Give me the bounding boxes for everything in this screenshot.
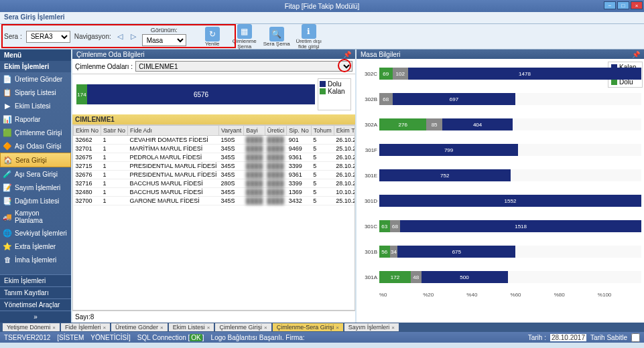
bottom-tab[interactable]: Ekim Listesi× — [169, 323, 214, 331]
sidebar-item[interactable]: 🟩Çimlenme Girişi — [0, 126, 71, 139]
center-column: Çimlenme Oda Bilgileri 📌 Çimlenme Odalar… — [72, 50, 355, 323]
masa-segment: 1518 — [400, 220, 641, 232]
masa-segment: 1478 — [408, 68, 641, 80]
tab-close-icon[interactable]: × — [52, 325, 56, 331]
column-header[interactable]: Ekim No — [74, 126, 101, 136]
column-header[interactable]: Üretici — [265, 126, 287, 136]
table-row[interactable]: 327001GARONE MARUL FİDESİ345S████████343… — [74, 197, 356, 205]
sidebar-item-label: Extra İşlemler — [15, 243, 56, 250]
bottom-ekim[interactable]: Ekim İşlemleri — [0, 274, 71, 286]
masa-row: 301C63681518 — [359, 215, 641, 237]
sidebar-item[interactable]: 🔶Aşı Odası Girişi — [0, 139, 71, 153]
sidebar-item[interactable]: 📑Dağıtım Listesi — [0, 194, 71, 207]
masa-segment: 48 — [411, 271, 422, 283]
masa-row: 301A17248500 — [359, 266, 641, 288]
bottom-tanim[interactable]: Tanım Kayıtları — [0, 286, 71, 298]
masa-segment: 752 — [379, 169, 511, 181]
close-button[interactable]: × — [631, 1, 643, 9]
masa-row: 302A27685404 — [359, 114, 641, 135]
bottom-yonetim[interactable]: Yönetimsel Araçlar — [0, 298, 71, 311]
nav-prev-icon[interactable]: ◁ — [115, 32, 125, 41]
chart-seg-kalan: 174 — [76, 84, 87, 104]
masa-bar: 5634675 — [379, 246, 641, 258]
sidebar-item[interactable]: 🧪Aşı Sera Girişi — [0, 167, 71, 181]
app-title: Fitap [Fide Takip Modülü] — [285, 3, 360, 10]
masa-segment: 172 — [379, 271, 411, 283]
sidebar-item[interactable]: 📄Üretime Gönder — [0, 72, 71, 86]
sera-select[interactable]: SERA3 — [26, 31, 70, 43]
table-row[interactable]: 327161BACCHUS MARUL FİDESİ280S████████33… — [74, 179, 356, 188]
table-wrap[interactable]: Ekim NoSatır NoFide AdıVaryantBayiÜretic… — [72, 124, 355, 311]
gorunum-label: Görünüm: — [151, 27, 178, 33]
table-row[interactable]: 327011MARİTİMA MARUL FİDESİ345S████████9… — [74, 145, 356, 153]
sidebar-item-label: Aşı Odası Girişi — [15, 143, 61, 150]
table-row[interactable]: 326751PEDROLA MARUL FİDESİ345S████████93… — [74, 153, 356, 162]
sidebar-item[interactable]: 🚚Kamyon Planlama — [0, 207, 71, 226]
masa-segment: 1552 — [379, 195, 641, 207]
cimlenme-sema-button[interactable]: ▦ Çimlenme Şema — [231, 24, 259, 50]
uretim-disi-button[interactable]: ℹ Üretim dışı fide girişi — [295, 24, 323, 50]
sidebar-item-icon: 📊 — [3, 114, 12, 124]
column-header[interactable]: Satır No — [101, 126, 128, 136]
xaxis-tick: %40 — [466, 292, 510, 298]
ekim-header[interactable]: Ekim İşlemleri — [0, 61, 71, 72]
table-row[interactable]: 326761PRESIDENTIAL MARUL FİDESİ345S█████… — [74, 171, 356, 179]
tab-close-icon[interactable]: × — [160, 325, 164, 331]
sidebar-item[interactable]: 📋Sipariş Listesi — [0, 86, 71, 99]
bottom-expand-icon[interactable]: » — [0, 311, 71, 323]
leg-dolu-icon — [320, 81, 326, 87]
sidebar-item[interactable]: 📊Raporlar — [0, 112, 71, 126]
table-row[interactable]: 324801BACCHUS MARUL FİDESİ345S████████13… — [74, 188, 356, 197]
sidebar-item-label: Kamyon Planlama — [15, 209, 68, 224]
tab-close-icon[interactable]: × — [336, 325, 339, 331]
yenile-button[interactable]: ↻ Yenile — [198, 27, 227, 47]
masa-bar: 799 — [379, 144, 641, 156]
panel-pin-icon[interactable]: 📌 — [343, 51, 351, 58]
menu-header[interactable]: Menü — [0, 50, 71, 61]
bottom-tab[interactable]: Çimlenme-Sera Girişi× — [273, 323, 343, 331]
bottom-tab[interactable]: Çimlenme Girişi× — [215, 323, 271, 331]
sidebar-item-icon: 🌐 — [3, 228, 12, 238]
sidebar-item[interactable]: ▶Ekim Listesi — [0, 99, 71, 112]
tab-close-icon[interactable]: × — [103, 325, 106, 331]
sidebar-item[interactable]: 📝Sayım İşlemleri — [0, 181, 71, 194]
sidebar-item[interactable]: 🗑İmha İşlemleri — [0, 253, 71, 266]
sidebar-item-icon: 📋 — [3, 88, 12, 97]
sidebar-item[interactable]: 🌐Sevkiyat İşlemleri — [0, 226, 71, 240]
masa-row: 302C691021478 — [359, 63, 641, 84]
column-header[interactable]: Tohum — [311, 126, 334, 136]
table-row[interactable]: 326621CEVAHIR DOMATES FİDESİ150S████████… — [74, 136, 356, 145]
column-header[interactable]: Fide Adı — [128, 126, 219, 136]
sidebar-item-label: Çimlenme Girişi — [15, 129, 62, 137]
tab-close-icon[interactable]: × — [207, 325, 210, 331]
status-server: TSERVER2012 — [4, 334, 50, 341]
panel-pin-icon[interactable]: 📌 — [632, 51, 640, 58]
bottom-tab[interactable]: Sayım İşlemleri× — [344, 323, 399, 331]
column-header[interactable]: Varyant — [218, 126, 243, 136]
tab-close-icon[interactable]: × — [391, 325, 395, 331]
gorunum-select[interactable]: Masa — [142, 34, 186, 46]
toolbar: Sera : SERA3 Navigasyon: ◁ ▷ Görünüm: Ma… — [0, 24, 644, 50]
table-row[interactable]: 327151PRESIDENTIAL MARUL FİDESİ345S█████… — [74, 162, 356, 171]
sidebar-item-label: Aşı Sera Girişi — [15, 171, 58, 178]
data-table: Ekim NoSatır NoFide AdıVaryantBayiÜretic… — [73, 125, 355, 205]
nav-next-icon[interactable]: ▷ — [129, 32, 138, 41]
sera-sema-button[interactable]: 🔍 Sera Şema — [263, 27, 291, 47]
bottom-tab[interactable]: Yetişme Dönemi× — [3, 323, 60, 331]
sidebar-item[interactable]: ⭐Extra İşlemler — [0, 240, 71, 253]
masa-segment: 56 — [379, 246, 390, 258]
leg-dolu-icon — [611, 79, 617, 85]
bottom-tab[interactable]: Üretime Gönder× — [111, 323, 168, 331]
maximize-button[interactable]: □ — [617, 1, 629, 9]
sabitle-checkbox[interactable] — [631, 333, 640, 342]
sidebar-item[interactable]: 🏠Sera Girişi — [0, 153, 71, 167]
column-header[interactable]: Ekim Tarihi — [334, 126, 355, 136]
masa-segment: 68 — [379, 93, 393, 105]
column-header[interactable]: Bayi — [244, 126, 265, 136]
tab-close-icon[interactable]: × — [264, 325, 267, 331]
odalar-select[interactable]: CIMLENME1 — [135, 61, 352, 72]
bottom-tab[interactable]: Fide İşlemleri× — [61, 323, 110, 331]
minimize-button[interactable]: − — [604, 1, 616, 9]
tarih-value[interactable]: 28.10.2017 — [550, 334, 586, 341]
column-header[interactable]: Sip. No — [287, 126, 312, 136]
